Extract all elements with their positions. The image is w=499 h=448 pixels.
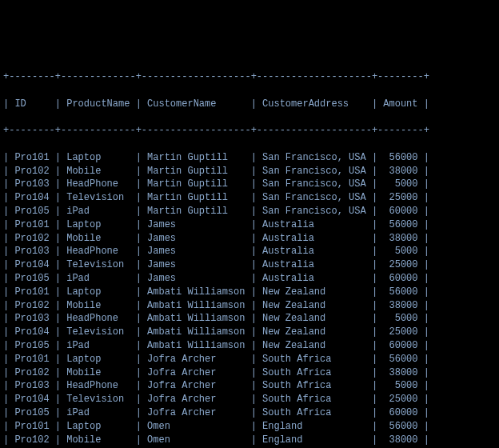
table-row: | Pro102 | Mobile | James | Australia | … bbox=[3, 232, 496, 246]
table-row: | Pro101 | Laptop | James | Australia | … bbox=[3, 218, 496, 232]
table-row: | Pro104 | Television | Ambati Williamso… bbox=[3, 326, 496, 339]
table-row: | Pro105 | iPad | Ambati Williamson | Ne… bbox=[3, 339, 496, 353]
table-row: | Pro102 | Mobile | Jofra Archer | South… bbox=[3, 366, 496, 380]
table-row: | Pro102 | Mobile | Martin Guptill | San… bbox=[3, 165, 496, 178]
table-border-mid: +--------+-------------+----------------… bbox=[3, 124, 496, 138]
table-row: | Pro103 | HeadPhone | Jofra Archer | So… bbox=[3, 379, 496, 393]
table-row: | Pro104 | Television | Martin Guptill |… bbox=[3, 191, 496, 205]
table-row: | Pro105 | iPad | Jofra Archer | South A… bbox=[3, 406, 496, 420]
table-row: | Pro101 | Laptop | Jofra Archer | South… bbox=[3, 353, 496, 366]
table-row: | Pro105 | iPad | James | Australia | 60… bbox=[3, 272, 496, 286]
table-row: | Pro101 | Laptop | Martin Guptill | San… bbox=[3, 151, 496, 165]
table-row: | Pro101 | Laptop | Ambati Williamson | … bbox=[3, 286, 496, 299]
table-body: | Pro101 | Laptop | Martin Guptill | San… bbox=[3, 151, 496, 448]
table-row: | Pro103 | HeadPhone | Martin Guptill | … bbox=[3, 178, 496, 191]
table-header: | ID | ProductName | CustomerName | Cust… bbox=[3, 98, 496, 111]
table-row: | Pro103 | HeadPhone | Ambati Williamson… bbox=[3, 312, 496, 326]
table-row: | Pro102 | Mobile | Ambati Williamson | … bbox=[3, 299, 496, 313]
table-row: | Pro103 | HeadPhone | James | Australia… bbox=[3, 245, 496, 258]
table-row: | Pro104 | Television | Jofra Archer | S… bbox=[3, 393, 496, 406]
mysql-result-table: +--------+-------------+----------------… bbox=[3, 57, 496, 448]
table-row: | Pro101 | Laptop | Omen | England | 560… bbox=[3, 420, 496, 434]
table-border-top: +--------+-------------+----------------… bbox=[3, 70, 496, 84]
table-row: | Pro102 | Mobile | Omen | England | 380… bbox=[3, 434, 496, 447]
table-row: | Pro104 | Television | James | Australi… bbox=[3, 258, 496, 272]
table-row: | Pro105 | iPad | Martin Guptill | San F… bbox=[3, 205, 496, 218]
